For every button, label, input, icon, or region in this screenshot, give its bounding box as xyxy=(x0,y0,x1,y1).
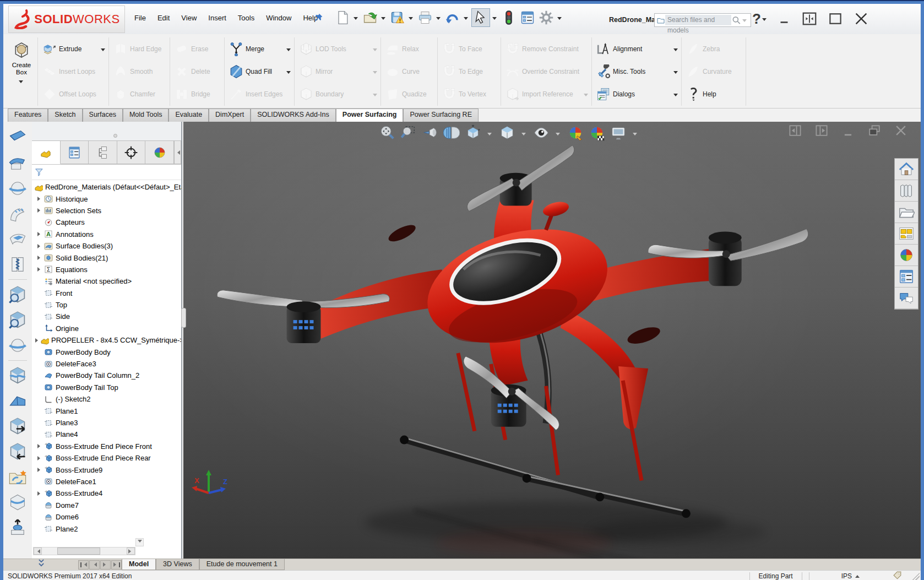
manager-tab-propertymanager[interactable] xyxy=(61,140,89,164)
tree-item-sketch2[interactable]: (-) Sketch2 xyxy=(32,393,181,405)
ps-facet-inspect-button[interactable] xyxy=(7,335,28,356)
ps-export-button[interactable] xyxy=(7,416,28,437)
menu-view[interactable]: View xyxy=(181,14,197,22)
ps-wedge-button[interactable] xyxy=(7,391,28,411)
display-style-button[interactable] xyxy=(499,124,515,141)
create-box-button[interactable]: Create Box xyxy=(7,36,36,107)
collapse-right-button[interactable] xyxy=(814,123,829,138)
ps-inspect-button[interactable] xyxy=(7,284,28,305)
ribbon-button-merge[interactable]: Merge xyxy=(226,38,293,60)
previous-frame-button[interactable] xyxy=(89,560,100,570)
open-button[interactable] xyxy=(361,9,379,26)
ribbon-button-extrude[interactable]: Extrude xyxy=(39,38,107,60)
minimize-button[interactable] xyxy=(777,12,791,28)
ps-retopo-button[interactable] xyxy=(7,310,28,330)
close-button[interactable] xyxy=(853,10,869,29)
hscroll-right-button[interactable] xyxy=(127,548,135,555)
hscroll-thumb[interactable] xyxy=(57,548,100,555)
create-box-caret-icon[interactable] xyxy=(19,80,23,85)
print-caret-icon[interactable] xyxy=(436,17,441,22)
tree-item-side[interactable]: Side xyxy=(32,311,181,322)
expand-arrow-icon[interactable] xyxy=(37,232,42,236)
save-button[interactable] xyxy=(389,9,406,26)
search-input[interactable]: Search files and models xyxy=(665,15,731,25)
tag-icon[interactable] xyxy=(893,571,902,580)
task-pane-design-library-button[interactable] xyxy=(895,180,918,202)
tree-filter-row[interactable] xyxy=(32,165,181,180)
tree-item-capteurs[interactable]: Capteurs xyxy=(32,216,181,228)
open-caret-icon[interactable] xyxy=(381,17,385,22)
manager-tab-dimxpertmanager[interactable] xyxy=(117,140,146,164)
expand-arrow-icon[interactable] xyxy=(35,338,40,343)
ribbon-button-help[interactable]: Help xyxy=(683,83,744,105)
tree-item-boss-extrude9[interactable]: Boss-Extrude9 xyxy=(32,464,181,475)
search-caret-icon[interactable] xyxy=(742,19,747,24)
tab-evaluate[interactable]: Evaluate xyxy=(169,109,209,122)
pin-icon[interactable] xyxy=(313,13,323,25)
tree-item-powerbody-body[interactable]: PowerBody Body xyxy=(32,346,181,357)
ribbon-button-alignment[interactable]: Alignment xyxy=(593,38,680,60)
tree-item-top[interactable]: Top xyxy=(32,299,181,311)
ribbon-caret-merge-icon[interactable] xyxy=(286,48,291,53)
ribbon-button-quad-fill[interactable]: Quad Fill xyxy=(226,61,293,83)
undo-caret-icon[interactable] xyxy=(464,17,468,22)
view-orientation-caret-icon[interactable] xyxy=(487,133,492,138)
manager-tab-featuremanager[interactable] xyxy=(32,140,61,164)
tree-item-dome6[interactable]: Dome6 xyxy=(32,511,181,523)
tree-item-dome7[interactable]: Dome7 xyxy=(32,500,181,511)
view-settings-caret-icon[interactable] xyxy=(633,133,637,138)
expand-arrow-icon[interactable] xyxy=(37,468,42,472)
restore-span-button[interactable] xyxy=(801,10,818,29)
status-units[interactable]: IPS xyxy=(838,572,855,580)
task-pane-appearances-button[interactable] xyxy=(895,245,918,266)
task-pane-view-palette-button[interactable] xyxy=(895,223,918,245)
bottom-tab-3d-views[interactable]: 3D Views xyxy=(156,559,199,570)
ribbon-caret-dialogs-icon[interactable] xyxy=(673,94,678,99)
ps-import-button[interactable] xyxy=(7,441,28,462)
select-button[interactable] xyxy=(471,8,490,27)
panel-splitter-grip[interactable] xyxy=(181,308,186,328)
tab-sketch[interactable]: Sketch xyxy=(48,109,82,122)
ribbon-button-misc-tools[interactable]: Misc. Tools xyxy=(593,61,680,83)
search-icon[interactable] xyxy=(731,15,741,25)
tree-item-propeller-8x4-5-ccw-sym-trique[interactable]: PROPELLER - 8x4.5 CCW_Symétrique->? xyxy=(32,334,181,346)
expand-arrow-icon[interactable] xyxy=(37,491,42,496)
expand-arrow-icon[interactable] xyxy=(37,444,42,448)
tree-item-deleteface1[interactable]: DeleteFace1 xyxy=(32,476,181,487)
tree-root-item[interactable]: RedDrone_Materials (Défaut<<Défaut>_Etat… xyxy=(32,181,181,193)
graphics-viewport[interactable]: X Z xyxy=(183,122,921,559)
tree-item-deleteface3[interactable]: DeleteFace3 xyxy=(32,358,181,370)
expand-arrow-icon[interactable] xyxy=(37,244,42,248)
tree-item-powerbody-tail-top[interactable]: PowerBody Tail Top xyxy=(32,382,181,393)
tree-item-equations[interactable]: ΣEquations xyxy=(32,264,181,275)
options-caret-icon[interactable] xyxy=(557,17,562,22)
tree-item-annotations[interactable]: AAnnotations xyxy=(32,229,181,240)
zoom-to-fit-button[interactable] xyxy=(379,124,395,141)
manager-tab-displaymanager[interactable] xyxy=(145,140,174,164)
collapse-left-button[interactable] xyxy=(787,123,803,138)
menu-edit[interactable]: Edit xyxy=(157,14,170,22)
expand-arrow-icon[interactable] xyxy=(37,208,42,213)
ps-sphere-wrap-button[interactable] xyxy=(7,178,28,199)
new-document-caret-icon[interactable] xyxy=(354,17,358,22)
section-view-button[interactable] xyxy=(443,124,460,141)
ps-patch-button[interactable] xyxy=(7,229,28,250)
tree-hscrollbar[interactable] xyxy=(33,547,135,555)
bottom-tab-etude-de-mouvement-1[interactable]: Etude de mouvement 1 xyxy=(199,559,285,570)
interference-check-button[interactable] xyxy=(500,9,518,26)
ribbon-caret-alignment-icon[interactable] xyxy=(673,48,678,53)
tree-item-material-not-specified[interactable]: Material <not specified> xyxy=(32,275,181,287)
tree-item-historique[interactable]: Historique xyxy=(32,193,181,204)
tree-item-selection-sets[interactable]: Selection Sets xyxy=(32,205,181,216)
more-tools-chevron-icon[interactable] xyxy=(35,559,47,568)
units-caret-icon[interactable] xyxy=(855,573,860,578)
expand-arrow-icon[interactable] xyxy=(37,267,42,272)
expand-arrow-icon[interactable] xyxy=(37,456,42,460)
help-button[interactable]: ? xyxy=(752,10,769,28)
next-frame-button[interactable] xyxy=(100,560,111,570)
edit-appearance-button[interactable] xyxy=(567,124,584,141)
tab-dimxpert[interactable]: DimXpert xyxy=(209,109,251,122)
task-pane-forum-button[interactable] xyxy=(895,288,918,309)
doc-restore-button[interactable] xyxy=(867,123,882,138)
tree-vscroll-down-button[interactable] xyxy=(135,538,144,546)
